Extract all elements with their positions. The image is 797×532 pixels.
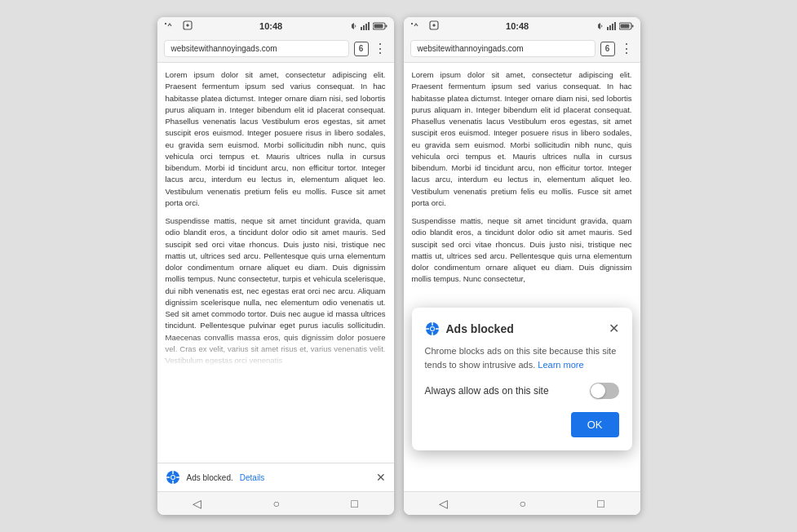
left-url-bar[interactable]: websitewithannoyingads.com <box>164 40 349 57</box>
right-lorem-text: Lorem ipsum dolor sit amet, consectetur … <box>412 69 632 286</box>
left-details-link[interactable]: Details <box>240 473 265 482</box>
right-url-bar[interactable]: websitewithannoyingads.com <box>410 40 596 57</box>
svg-rect-20 <box>612 24 613 30</box>
left-ads-banner: Ads blocked. Details ✕ <box>157 463 394 491</box>
left-browser-bar: websitewithannoyingads.com 6 ⋮ <box>157 35 394 63</box>
popup-title: Ads blocked <box>446 322 514 335</box>
svg-rect-2 <box>361 27 362 30</box>
popup-learn-more-link[interactable]: Learn more <box>538 360 583 370</box>
right-recent-icon[interactable]: □ <box>597 497 604 510</box>
popup-close-button[interactable]: ✕ <box>609 321 619 336</box>
popup-header: Ads blocked ✕ <box>425 321 619 336</box>
svg-rect-3 <box>363 25 365 30</box>
left-shield-icon <box>166 470 180 485</box>
left-status-icons <box>350 22 387 30</box>
svg-point-11 <box>171 476 175 479</box>
right-url-text: websitewithannoyingads.com <box>418 44 524 53</box>
svg-rect-24 <box>631 25 633 28</box>
left-banner-close[interactable]: ✕ <box>376 471 386 484</box>
left-phone: 10:48 websitewithannoyingads.com 6 ⋮ Lor… <box>157 17 394 515</box>
popup-body: Chrome blocks ads on this site because t… <box>425 344 619 371</box>
left-tab-count[interactable]: 6 <box>354 42 369 56</box>
svg-rect-5 <box>368 22 370 30</box>
left-banner-text: Ads blocked. <box>187 473 233 482</box>
svg-rect-4 <box>365 24 367 30</box>
right-tab-count[interactable]: 6 <box>600 42 615 56</box>
right-status-icons <box>596 22 634 30</box>
svg-rect-18 <box>607 27 609 30</box>
main-container: 10:48 websitewithannoyingads.com 6 ⋮ Lor… <box>141 1 657 531</box>
left-home-icon[interactable]: ○ <box>273 497 280 510</box>
left-lorem-text: Lorem ipsum dolor sit amet, consectetur … <box>166 69 386 366</box>
left-paragraph-1: Lorem ipsum dolor sit amet, consectetur … <box>166 69 386 209</box>
left-menu-dots[interactable]: ⋮ <box>374 41 387 56</box>
svg-rect-19 <box>609 25 611 30</box>
left-url-text: websitewithannoyingads.com <box>171 44 277 53</box>
right-ads-popup: Ads blocked ✕ Chrome blocks ads on this … <box>412 308 632 450</box>
right-paragraph-1: Lorem ipsum dolor sit amet, consectetur … <box>412 69 632 209</box>
right-content-area: Lorem ipsum dolor sit amet, consectetur … <box>404 63 640 491</box>
right-home-icon[interactable]: ○ <box>520 497 526 510</box>
right-time: 10:48 <box>506 21 529 31</box>
right-menu-dots[interactable]: ⋮ <box>620 41 634 56</box>
left-status-left <box>164 20 193 32</box>
left-content: Lorem ipsum dolor sit amet, consectetur … <box>166 69 386 366</box>
left-nav-bar: ◁ ○ □ <box>157 491 394 515</box>
right-back-icon[interactable]: ◁ <box>439 497 448 510</box>
left-time: 10:48 <box>259 21 282 31</box>
left-status-bar: 10:48 <box>157 17 394 35</box>
svg-rect-21 <box>614 22 616 30</box>
left-back-icon[interactable]: ◁ <box>193 497 201 510</box>
popup-shield-icon <box>425 321 440 336</box>
right-browser-bar: websitewithannoyingads.com 6 ⋮ <box>404 35 640 63</box>
left-content-area: Lorem ipsum dolor sit amet, consectetur … <box>157 63 394 463</box>
popup-toggle-switch[interactable] <box>590 383 619 399</box>
right-phone: 10:48 websitewithannoyingads.com 6 ⋮ Lor… <box>404 17 640 515</box>
popup-title-row: Ads blocked <box>425 321 514 336</box>
popup-footer: OK <box>425 412 619 437</box>
svg-rect-0 <box>165 23 166 24</box>
svg-rect-7 <box>374 24 383 29</box>
svg-point-27 <box>431 327 434 330</box>
svg-rect-23 <box>620 24 629 29</box>
left-recent-icon[interactable]: □ <box>351 497 357 510</box>
popup-body-text: Chrome blocks ads on this site because t… <box>425 346 617 370</box>
right-paragraph-2: Suspendisse mattis, neque sit amet tinci… <box>412 215 632 286</box>
popup-toggle-label: Always allow ads on this site <box>425 385 549 397</box>
right-status-bar: 10:48 <box>404 17 640 35</box>
svg-rect-16 <box>411 23 413 24</box>
popup-ok-button[interactable]: OK <box>571 412 619 437</box>
right-status-left <box>410 20 439 32</box>
popup-toggle-row: Always allow ads on this site <box>425 383 619 399</box>
left-paragraph-2: Suspendisse mattis, neque sit amet tinci… <box>166 215 386 366</box>
right-nav-bar: ◁ ○ □ <box>404 491 640 515</box>
svg-rect-8 <box>385 25 387 28</box>
popup-toggle-knob <box>591 383 605 398</box>
